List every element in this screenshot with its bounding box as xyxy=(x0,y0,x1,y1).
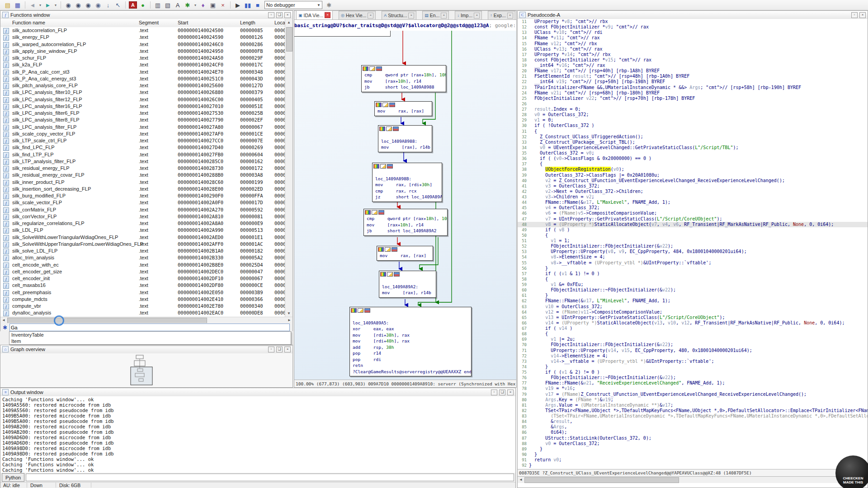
block-color-icon[interactable] xyxy=(376,103,382,107)
jump-address-icon[interactable]: ↓ xyxy=(104,1,113,9)
function-row[interactable]: fsilk_schur_FLP.text0000000140024A500000… xyxy=(0,55,285,61)
block-color-icon[interactable] xyxy=(373,164,379,169)
functions-list[interactable]: fsilk_autocorrelation_FLP.text0000000140… xyxy=(0,27,285,317)
dock-icon[interactable]: ▫ xyxy=(268,347,274,352)
block-color-icon[interactable] xyxy=(378,247,384,252)
function-row[interactable]: fcelt_encode_with_ec.text000000014002B8E… xyxy=(0,262,285,268)
scroll-down-icon[interactable]: ▼ xyxy=(285,310,292,317)
block-edit-icon[interactable] xyxy=(385,247,391,252)
function-row[interactable]: fcelt_preemphasis.text000000014002E05000… xyxy=(0,289,285,296)
basic-block[interactable]: loc_1409A8988: mov [rax], r14b xyxy=(378,125,432,152)
filter-icon[interactable]: ✱ xyxy=(0,324,9,331)
function-row[interactable]: fsilk_k2a_FLP.text0000000140024CF0000001… xyxy=(0,61,285,68)
function-row[interactable]: fsilk_energy_FLP.text0000000140024590000… xyxy=(0,34,285,41)
tab-exp[interactable]: ↑Exp...× xyxy=(488,11,515,19)
close-icon[interactable]: × xyxy=(284,347,291,352)
function-row[interactable]: fsilk_burg_modified_FLP.text000000014002… xyxy=(0,192,285,199)
tab-en[interactable]: ▤En...× xyxy=(422,11,449,19)
quick-filter-input[interactable] xyxy=(9,324,290,331)
block-color-icon[interactable] xyxy=(351,308,357,313)
tab-close-icon[interactable]: × xyxy=(474,13,480,19)
block-color-icon[interactable] xyxy=(380,272,386,277)
pseudocode-horizontal-scrollbar[interactable]: ◄ ► xyxy=(518,477,868,483)
declaration-line[interactable]: basic_string@DU?$char_traits@D@std@@V?$a… xyxy=(294,20,516,31)
function-row[interactable]: fsilk_SolveWithUpperTriangularFromLowerW… xyxy=(0,241,285,248)
pseudocode-titlebar[interactable]: C Pseudocode-A ▫ × xyxy=(518,11,868,19)
function-row[interactable]: fsilk_inner_product_FLP.text000000014002… xyxy=(0,179,285,186)
basic-block[interactable]: loc_1409A89A5: xor eax, eax mov [rdi+38h… xyxy=(349,307,472,376)
debug-attach-icon[interactable]: ✱ xyxy=(325,1,334,9)
function-row[interactable]: fsilk_residual_energy_covar_FLP.text0000… xyxy=(0,172,285,178)
tab-close-icon[interactable]: × xyxy=(507,13,513,19)
function-row[interactable]: fsilk_LPC_analysis_filter16_FLP.text0000… xyxy=(0,103,285,110)
function-row[interactable]: fsilk_corrVector_FLP.text000000014002A81… xyxy=(0,213,285,220)
dock-icon[interactable]: ▫ xyxy=(268,12,274,18)
block-group-icon[interactable] xyxy=(393,127,399,131)
block-group-icon[interactable] xyxy=(387,164,393,169)
function-row[interactable]: fsilk_corrMatrix_FLP.text000000014002A27… xyxy=(0,206,285,213)
block-edit-icon[interactable] xyxy=(387,272,393,277)
debug-run-icon[interactable]: ▶ xyxy=(233,1,242,9)
function-caret-icon[interactable]: ▾ xyxy=(193,1,198,9)
function-row[interactable]: fsilk_autocorrelation_FLP.text0000000140… xyxy=(0,27,285,34)
function-row[interactable]: fsilk_find_LTP_FLP.text0000000140027FB00… xyxy=(0,151,285,158)
block-group-icon[interactable] xyxy=(392,247,397,252)
function-row[interactable]: fsilk_regularize_correlations_FLP.text00… xyxy=(0,220,285,227)
debug-stop-icon[interactable]: ■ xyxy=(253,1,262,9)
basic-block[interactable]: cmp qword ptr [rax+18h], 10h mov [rax+10… xyxy=(361,65,446,92)
column-start[interactable]: Start xyxy=(178,20,188,25)
basic-block[interactable]: loc_1409A898B: mov rax, [rdi+30h] cmp ra… xyxy=(372,163,442,202)
tab-hexvie[interactable]: ◎Hex Vie...× xyxy=(339,11,376,19)
function-row[interactable]: fcompute_vbr.text000000014002E7800000034… xyxy=(0,303,285,310)
scroll-up-icon[interactable]: ▲ xyxy=(285,19,292,26)
function-row[interactable]: fsilk_pitch_analysis_core_FLP.text000000… xyxy=(0,82,285,89)
function-row[interactable]: fsilk_LPC_analysis_filter12_FLP.text0000… xyxy=(0,96,285,103)
search-text-icon[interactable]: ◉ xyxy=(64,1,73,9)
function-row[interactable]: fcelt_encoder_init.text000000014002DF100… xyxy=(0,275,285,282)
function-row[interactable]: fcelt_encoder_get_size.text000000014002D… xyxy=(0,268,285,275)
scrollbar-thumb[interactable] xyxy=(524,477,679,483)
float-icon[interactable]: ❏ xyxy=(499,389,505,395)
cli-language-button[interactable]: Python xyxy=(2,473,24,482)
block-edit-icon[interactable] xyxy=(369,66,375,71)
close-icon[interactable]: × xyxy=(284,12,291,18)
function-row[interactable]: fsilk_LTP_scale_ctrl_FLP.text00000001400… xyxy=(0,137,285,144)
basic-block[interactable]: mov rax, [rax] xyxy=(377,246,433,261)
dock-icon[interactable]: ▫ xyxy=(491,389,497,395)
function-row[interactable]: fsilk_LTP_analysis_filter_FLP.text000000… xyxy=(0,158,285,165)
function-row[interactable]: fsilk_LPC_analysis_filter6_FLP.text00000… xyxy=(0,110,285,117)
suggestion-item[interactable]: Item xyxy=(9,338,291,344)
block-group-icon[interactable] xyxy=(378,210,384,215)
close-icon[interactable]: × xyxy=(507,389,514,395)
function-row[interactable]: fsilk_LPC_analysis_filter10_FLP.text0000… xyxy=(0,89,285,96)
block-edit-icon[interactable] xyxy=(358,308,363,313)
output-log[interactable]: Caching 'Functions window'... ok1409A556… xyxy=(0,396,515,473)
float-icon[interactable]: ❏ xyxy=(276,347,283,352)
column-function-name[interactable]: Function name xyxy=(12,20,45,25)
block-edit-icon[interactable] xyxy=(372,210,377,215)
debug-pause-icon[interactable]: ▮▮ xyxy=(243,1,252,9)
function-row[interactable]: falloc_trim_analysis.text000000014002B33… xyxy=(0,254,285,261)
scroll-left-icon[interactable]: ◄ xyxy=(518,477,524,483)
close-icon[interactable]: × xyxy=(859,12,866,18)
block-edit-icon[interactable] xyxy=(386,127,392,131)
pseudocode-editor[interactable]: 11 UProperty *v8; "cmt">// rbx12 const F… xyxy=(518,19,868,469)
function-row[interactable]: fsilk_insertion_sort_decreasing_FLP.text… xyxy=(0,186,285,192)
scroll-right-icon[interactable]: ► xyxy=(286,317,292,323)
open-file-icon[interactable]: ▤ xyxy=(3,1,12,9)
dock-icon[interactable]: ▫ xyxy=(851,12,858,18)
functions-column-header[interactable]: Function name Segment Start Length Local… xyxy=(0,19,292,28)
patch-icon[interactable]: ♦ xyxy=(198,1,208,9)
graph-overview-titlebar[interactable]: ⌂ Graph overview ▫ ❏ × xyxy=(0,345,292,354)
block-group-icon[interactable] xyxy=(394,272,400,277)
function-row[interactable]: fsilk_scale_copy_vector_FLP.text00000001… xyxy=(0,131,285,137)
block-color-icon[interactable] xyxy=(363,66,368,71)
functions-horizontal-scrollbar[interactable]: ◄ ► xyxy=(0,317,292,324)
function-row[interactable]: fsilk_SolveWithLowerTriangularWdiagOnes_… xyxy=(0,234,285,241)
function-row[interactable]: fsilk_residual_energy_FLP.text0000000140… xyxy=(0,165,285,172)
suggestion-item[interactable]: InventoryTable xyxy=(9,332,291,338)
snapshot-icon[interactable]: ▣ xyxy=(208,1,217,9)
tab-structu[interactable]: AStructu...× xyxy=(382,11,416,19)
float-icon[interactable]: ❏ xyxy=(276,12,283,18)
tab-close-icon[interactable]: × xyxy=(325,12,330,18)
